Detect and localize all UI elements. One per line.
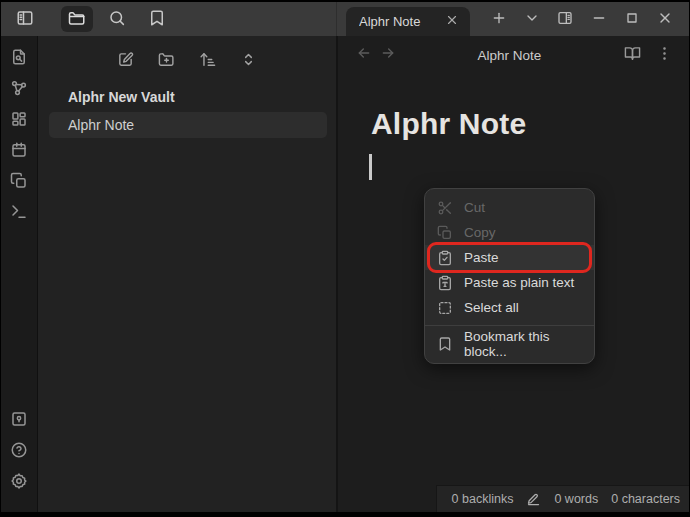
scissors-icon [437,200,453,216]
menu-item-label: Bookmark this block... [464,329,582,359]
file-explorer: Alphr New Vault Alphr Note [38,36,338,512]
left-ribbon [1,36,38,512]
new-tab-button[interactable] [485,6,513,32]
tab-bar: Alphr Note [337,2,689,36]
search-tab-button[interactable] [101,6,133,32]
new-folder-icon [158,51,175,71]
tab-title: Alphr Note [359,14,444,29]
tab-close-button[interactable] [444,14,460,30]
folder-icon [68,9,86,30]
menu-item-select-all[interactable]: Select all [425,295,594,320]
text-cursor [369,154,372,180]
window-minimize-button[interactable] [585,6,613,32]
view-title: Alphr Note [400,48,619,63]
canvas-icon[interactable] [10,110,28,128]
files-tab-button[interactable] [61,6,93,32]
arrow-right-icon [380,45,396,65]
context-menu: Cut Copy Paste Paste as plain text Selec… [424,188,595,364]
menu-item-label: Paste as plain text [464,275,574,290]
vault-title[interactable]: Alphr New Vault [68,89,336,105]
obsidian-window: Alphr Note [1,2,689,512]
menu-item-label: Cut [464,200,485,215]
view-header-actions [619,43,677,67]
arrow-left-icon [356,45,372,65]
explorer-actions [38,36,336,73]
tabbar-controls [477,2,689,36]
menu-item-label: Select all [464,300,519,315]
close-icon [657,10,673,29]
book-open-icon [624,45,641,65]
view-header: Alphr Note [338,36,689,74]
vault-switcher-icon[interactable] [10,410,28,428]
minimize-icon [591,10,607,29]
chevrons-up-down-icon [240,51,257,71]
templates-copy-icon[interactable] [10,172,28,190]
menu-item-paste[interactable]: Paste [425,245,594,270]
left-sidebar-toggle-button[interactable] [9,6,41,32]
tab-alphr-note[interactable]: Alphr Note [346,7,470,36]
navigate-back-button[interactable] [352,43,376,67]
topbar-left-section [1,2,337,36]
reading-view-button[interactable] [619,43,645,67]
more-vertical-icon [656,45,673,65]
right-sidebar-toggle-button[interactable] [551,6,579,32]
bookmark-icon [148,9,166,30]
menu-item-cut: Cut [425,195,594,220]
edit-mode-pencil-icon[interactable] [526,492,541,507]
new-note-button[interactable] [113,49,139,73]
search-icon [108,9,126,30]
clipboard-check-icon [437,250,453,266]
window-maximize-button[interactable] [618,6,646,32]
top-bar: Alphr Note [1,2,689,36]
bookmark-icon [437,336,453,352]
window-close-button[interactable] [651,6,679,32]
menu-separator [425,325,594,326]
daily-note-calendar-icon[interactable] [10,141,28,159]
bookmarks-tab-button[interactable] [141,6,173,32]
panel-right-icon [557,10,573,29]
quick-switcher-file-search-icon[interactable] [10,48,28,66]
menu-item-label: Paste [464,250,499,265]
sort-order-button[interactable] [195,49,221,73]
more-options-button[interactable] [651,43,677,67]
maximize-icon [624,10,640,29]
note-heading: Alphr Note [371,107,689,141]
collapse-all-button[interactable] [236,49,262,73]
menu-item-label: Copy [464,225,496,240]
panel-left-icon [16,9,34,30]
plus-icon [491,10,507,29]
backlinks-count[interactable]: 0 backlinks [452,492,514,506]
close-icon [445,13,459,31]
menu-item-bookmark-this-block[interactable]: Bookmark this block... [425,331,594,356]
clipboard-type-icon [437,275,453,291]
new-note-icon [117,51,134,71]
help-icon[interactable] [10,441,28,459]
status-bar: 0 backlinks 0 words 0 characters [436,485,689,512]
new-folder-button[interactable] [154,49,180,73]
tab-list-button[interactable] [518,6,546,32]
file-item-alphr-note[interactable]: Alphr Note [49,112,327,138]
character-count: 0 characters [611,492,680,506]
chevron-down-icon [524,10,540,29]
box-select-icon [437,300,453,316]
command-palette-terminal-icon[interactable] [10,203,28,221]
menu-item-copy: Copy [425,220,594,245]
copy-icon [437,225,453,241]
navigate-forward-button[interactable] [376,43,400,67]
settings-gear-icon[interactable] [10,472,28,490]
menu-item-paste-as-plain-text[interactable]: Paste as plain text [425,270,594,295]
graph-view-icon[interactable] [10,79,28,97]
word-count: 0 words [554,492,598,506]
sort-order-icon [199,51,216,71]
